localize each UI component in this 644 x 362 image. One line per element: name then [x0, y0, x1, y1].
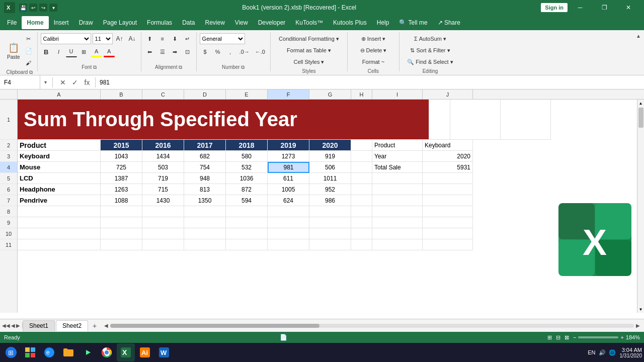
comma-btn[interactable]: , — [225, 46, 236, 57]
close-button[interactable]: ✕ — [617, 0, 640, 15]
cell-e6[interactable]: 872 — [226, 184, 268, 195]
cell-c5[interactable]: 719 — [142, 173, 184, 184]
menu-insert[interactable]: Insert — [49, 16, 74, 29]
maximize-button[interactable]: ❐ — [593, 0, 616, 15]
scroll-down-btn[interactable]: ▼ — [637, 306, 644, 313]
sort-filter-btn[interactable]: ⇅ Sort & Filter ▾ — [403, 45, 458, 56]
sheet-scroll-prev[interactable]: ◀ — [11, 323, 15, 328]
undo-quick-btn[interactable]: ↩ — [29, 4, 37, 12]
italic-button[interactable]: I — [53, 46, 64, 57]
cell-j8[interactable] — [423, 206, 473, 217]
delete-cells-btn[interactable]: ⊖ Delete ▾ — [351, 45, 396, 56]
cell-i7[interactable] — [372, 195, 423, 206]
cell-h2[interactable] — [351, 140, 372, 151]
row-num-1[interactable]: 1 — [0, 100, 17, 140]
align-right-btn[interactable]: ➡ — [170, 46, 181, 57]
cell-h8[interactable] — [351, 206, 372, 217]
cell-styles-btn[interactable]: Cell Styles ▾ — [274, 56, 344, 67]
col-header-a[interactable]: A — [18, 89, 101, 100]
format-painter-button[interactable]: 🖌 — [23, 57, 34, 68]
col-header-e[interactable]: E — [226, 89, 268, 100]
title-cell[interactable]: Sum Through Specified Year — [18, 100, 429, 140]
cell-b4[interactable]: 725 — [101, 162, 142, 173]
speaker-icon[interactable]: 🔊 — [599, 349, 606, 356]
cell-j7[interactable] — [423, 195, 473, 206]
cell-h5[interactable] — [351, 173, 372, 184]
cell-f6[interactable]: 1005 — [268, 184, 309, 195]
cell-a7[interactable]: Pendrive — [18, 195, 101, 206]
row-num-5[interactable]: 5 — [0, 173, 17, 184]
sheet-scroll-first[interactable]: ◀◀ — [2, 323, 10, 328]
formula-input[interactable] — [96, 79, 644, 86]
cell-e7[interactable]: 594 — [226, 195, 268, 206]
row-num-7[interactable]: 7 — [0, 195, 17, 206]
decrease-font-btn[interactable]: A↓ — [127, 33, 138, 44]
row-num-10[interactable]: 10 — [0, 228, 17, 239]
cell-reference-box[interactable]: F4 — [0, 75, 40, 89]
menu-share[interactable]: ↗ Share — [433, 16, 465, 29]
cell-f5[interactable]: 611 — [268, 173, 309, 184]
cell-b5[interactable]: 1387 — [101, 173, 142, 184]
cancel-formula-btn[interactable]: ✕ — [58, 77, 68, 87]
cell-d2[interactable]: 2017 — [184, 140, 226, 151]
menu-data[interactable]: Data — [177, 16, 200, 29]
col-header-h[interactable]: H — [351, 89, 372, 100]
zoom-plus-btn[interactable]: + — [620, 334, 623, 340]
view-layout-btn[interactable]: ⊟ — [556, 334, 560, 341]
menu-view[interactable]: View — [230, 16, 253, 29]
cell-i8[interactable] — [372, 206, 423, 217]
sheet-tab-sheet2[interactable]: Sheet2 — [56, 320, 88, 331]
cell-b6[interactable]: 1263 — [101, 184, 142, 195]
percent-btn[interactable]: % — [212, 46, 223, 57]
confirm-formula-btn[interactable]: ✓ — [70, 77, 80, 87]
row-num-11[interactable]: 11 — [0, 239, 17, 250]
cell-a8[interactable] — [18, 206, 101, 217]
cell-g8[interactable] — [309, 206, 351, 217]
number-format-select[interactable]: General — [200, 33, 245, 44]
cell-c7[interactable]: 1430 — [142, 195, 184, 206]
taskbar-media-icon[interactable] — [78, 343, 97, 361]
cell-b7[interactable]: 1088 — [101, 195, 142, 206]
font-color-button[interactable]: A — [104, 46, 115, 57]
cell-a4[interactable]: Mouse — [18, 162, 101, 173]
zoom-slider[interactable] — [578, 336, 618, 338]
cell-i6[interactable] — [372, 184, 423, 195]
cell-e4[interactable]: 532 — [226, 162, 268, 173]
taskbar-ie-icon[interactable]: e — [40, 343, 58, 361]
cell-g3[interactable]: 919 — [309, 151, 351, 162]
cell-i5[interactable] — [372, 173, 423, 184]
conditional-formatting-btn[interactable]: Conditional Formatting ▾ — [274, 33, 344, 44]
copy-button[interactable]: 📄 — [23, 45, 34, 56]
align-left-btn[interactable]: ⬅ — [144, 46, 155, 57]
paste-button[interactable]: 📋 Paste — [5, 38, 22, 64]
view-normal-btn[interactable]: ⊞ — [547, 334, 552, 341]
menu-review[interactable]: Review — [200, 16, 229, 29]
cell-j4[interactable]: 5931 — [423, 162, 473, 173]
scroll-thumb[interactable] — [638, 108, 643, 128]
view-page-break-btn[interactable]: ⊠ — [565, 334, 569, 341]
cell-g4[interactable]: 506 — [309, 162, 351, 173]
cell-h4[interactable] — [351, 162, 372, 173]
align-bottom-btn[interactable]: ⬇ — [170, 33, 181, 44]
menu-kutools-plus[interactable]: Kutools Plus — [328, 16, 372, 29]
taskbar-illustrator-icon[interactable]: Ai — [136, 343, 154, 361]
more-quick-btn[interactable]: ▾ — [49, 4, 57, 12]
vertical-scrollbar[interactable]: ▲ ▼ — [637, 100, 644, 313]
menu-developer[interactable]: Developer — [253, 16, 291, 29]
cell-e8[interactable] — [226, 206, 268, 217]
cell-d6[interactable]: 813 — [184, 184, 226, 195]
find-select-btn[interactable]: 🔍 Find & Select ▾ — [403, 56, 458, 67]
increase-font-btn[interactable]: A↑ — [114, 33, 125, 44]
taskbar-excel-icon[interactable]: X — [117, 343, 135, 361]
cell-h1[interactable] — [429, 100, 450, 140]
expand-formula-btn[interactable]: ▾ — [40, 79, 50, 85]
redo-quick-btn[interactable]: ↪ — [39, 4, 47, 12]
insert-function-btn[interactable]: fx — [82, 77, 92, 87]
row-num-3[interactable]: 3 — [0, 151, 17, 162]
menu-file[interactable]: File — [2, 16, 22, 29]
sheet-tab-sheet1[interactable]: Sheet1 — [23, 320, 55, 331]
cell-j2[interactable]: Keyboard — [423, 140, 473, 151]
cell-g5[interactable]: 1011 — [309, 173, 351, 184]
cell-d3[interactable]: 682 — [184, 151, 226, 162]
cell-d5[interactable]: 948 — [184, 173, 226, 184]
